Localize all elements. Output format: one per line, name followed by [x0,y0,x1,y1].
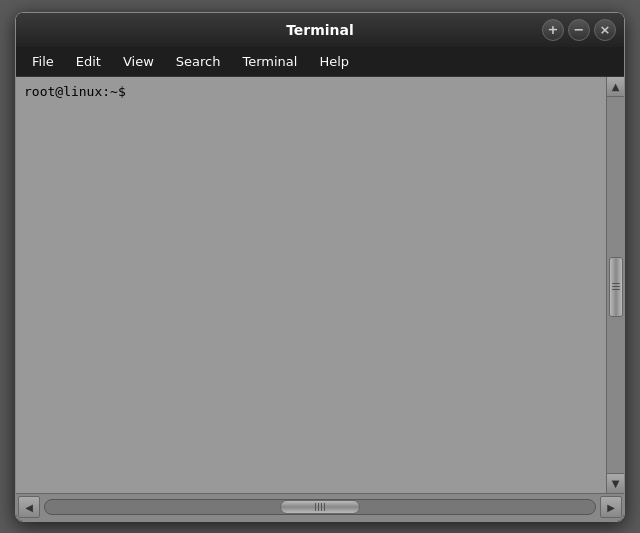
horizontal-scrollbar-bar: ◀ ▶ [16,493,624,521]
window-controls: + − × [536,19,616,41]
menu-view[interactable]: View [113,50,164,73]
scroll-thumb-horizontal[interactable] [280,500,360,514]
h-grip-line-4 [324,503,325,511]
h-grip-line-1 [315,503,316,511]
scroll-right-arrow[interactable]: ▶ [600,496,622,518]
scroll-up-arrow[interactable]: ▲ [607,77,625,97]
h-grip-line-3 [321,503,322,511]
add-button[interactable]: + [542,19,564,41]
vertical-scrollbar: ▲ ▼ [606,77,624,493]
menu-bar: File Edit View Search Terminal Help [16,47,624,77]
close-button[interactable]: × [594,19,616,41]
title-bar: Terminal + − × [16,13,624,47]
scroll-track-vertical[interactable] [607,97,624,473]
terminal-prompt: root@linux:~$ [24,83,598,101]
scroll-thumb-grip [612,283,620,290]
h-grip-line-2 [318,503,319,511]
menu-help[interactable]: Help [309,50,359,73]
grip-line-3 [612,289,620,290]
menu-file[interactable]: File [22,50,64,73]
menu-search[interactable]: Search [166,50,231,73]
scroll-track-horizontal[interactable] [44,499,596,515]
terminal-body: root@linux:~$ ▲ ▼ [16,77,624,493]
window-title: Terminal [104,22,536,38]
scroll-thumb-vertical[interactable] [609,257,623,317]
minimize-button[interactable]: − [568,19,590,41]
scroll-left-arrow[interactable]: ◀ [18,496,40,518]
grip-line-2 [612,286,620,287]
grip-line-1 [612,283,620,284]
menu-edit[interactable]: Edit [66,50,111,73]
scroll-down-arrow[interactable]: ▼ [607,473,625,493]
terminal-content[interactable]: root@linux:~$ [16,77,606,493]
terminal-window: Terminal + − × File Edit View Search Ter… [15,12,625,522]
menu-terminal[interactable]: Terminal [232,50,307,73]
